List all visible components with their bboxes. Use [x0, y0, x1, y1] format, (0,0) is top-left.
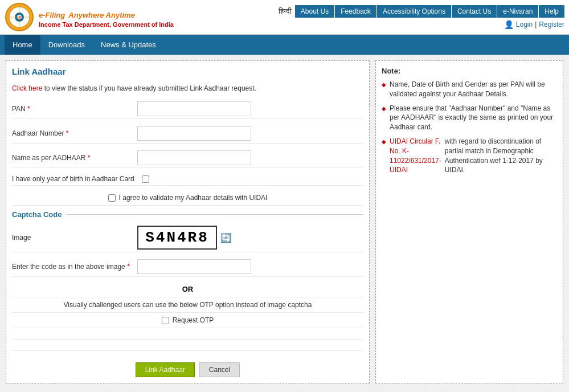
- refresh-captcha-icon[interactable]: 🔄: [220, 232, 232, 243]
- top-right-area: हिन्दी About Us Feedback Accessibility O…: [279, 5, 564, 29]
- link-aadhaar-button[interactable]: Link Aadhaar: [136, 362, 195, 377]
- login-area: 👤 Login | Register: [504, 20, 564, 29]
- name-aadhaar-input[interactable]: [137, 150, 251, 165]
- nav-downloads[interactable]: Downloads: [40, 35, 93, 55]
- empty-row-2: [12, 340, 363, 351]
- click-here-link[interactable]: Click here: [12, 84, 42, 92]
- button-row: Link Aadhaar Cancel: [12, 358, 363, 377]
- cancel-button[interactable]: Cancel: [199, 362, 240, 377]
- tagline-label: Anywhere Anytime: [68, 11, 135, 19]
- about-us-link[interactable]: About Us: [295, 5, 335, 18]
- note-item-1: Name, Date of Birth and Gender as per PA…: [382, 80, 557, 99]
- logo-area: IT e-Filing Anywhere Anytime Income Tax …: [5, 2, 174, 32]
- help-link[interactable]: Help: [539, 5, 564, 18]
- emblem-icon: IT: [5, 2, 34, 32]
- note-panel: Note: Name, Date of Birth and Gender as …: [375, 60, 563, 383]
- captcha-image-label: Image: [12, 234, 137, 242]
- uidai-circular-link[interactable]: UIDAI Circular F. No. K-11022/631/2017-U…: [390, 137, 441, 175]
- top-nav: हिन्दी About Us Feedback Accessibility O…: [279, 5, 564, 18]
- status-notice: Click here to view the status if you hav…: [12, 84, 363, 92]
- accessibility-link[interactable]: Accessibility Options: [377, 5, 452, 18]
- request-otp-checkbox[interactable]: [162, 317, 169, 324]
- aadhaar-number-input[interactable]: [137, 126, 251, 141]
- enter-code-row: Enter the code as in the above image *: [12, 257, 363, 277]
- pan-input[interactable]: [137, 101, 251, 116]
- year-birth-checkbox[interactable]: [142, 175, 149, 183]
- request-otp-row: Request OTP: [12, 313, 363, 328]
- year-birth-label: I have only year of birth in Aadhaar Car…: [12, 175, 137, 183]
- pan-label: PAN *: [12, 105, 137, 113]
- or-separator: OR: [12, 281, 363, 297]
- e-nivaran-link[interactable]: e-Nivaran: [497, 5, 539, 18]
- otp-info: Visually challenged users can use the be…: [12, 297, 363, 313]
- note-item-3: UIDAI Circular F. No. K-11022/631/2017-U…: [382, 137, 557, 175]
- captcha-image: S4N4R8: [137, 226, 217, 250]
- request-otp-label: Request OTP: [173, 316, 214, 324]
- enter-code-label: Enter the code as in the above image *: [12, 263, 137, 271]
- status-notice-text: to view the status if you have already s…: [42, 84, 256, 92]
- aadhaar-number-label: Aadhaar Number *: [12, 129, 137, 137]
- logo-subtitle: Income Tax Department, Government of Ind…: [39, 21, 174, 28]
- efiling-label: e-Filing: [39, 11, 65, 19]
- note-item-2: Please ensure that "Aadhaar Number" and …: [382, 104, 557, 132]
- empty-row-1: [12, 328, 363, 340]
- year-birth-row: I have only year of birth in Aadhaar Car…: [12, 173, 363, 186]
- agree-label: I agree to validate my Aadhaar details w…: [119, 194, 268, 202]
- pan-row: PAN *: [12, 99, 363, 119]
- login-link[interactable]: Login: [516, 21, 533, 28]
- svg-text:IT: IT: [17, 15, 21, 21]
- hindi-link[interactable]: हिन्दी: [279, 7, 292, 16]
- logo-efiling: e-Filing Anywhere Anytime: [39, 6, 174, 21]
- main-nav: Home Downloads News & Updates: [0, 35, 569, 55]
- content-wrapper: Link Aadhaar Click here to view the stat…: [0, 55, 569, 389]
- form-panel: Link Aadhaar Click here to view the stat…: [6, 60, 370, 383]
- nav-news-updates[interactable]: News & Updates: [93, 35, 164, 55]
- agree-row: I agree to validate my Aadhaar details w…: [12, 190, 363, 206]
- logo-text: e-Filing Anywhere Anytime Income Tax Dep…: [39, 6, 174, 28]
- note-list: Name, Date of Birth and Gender as per PA…: [382, 80, 557, 175]
- note-title: Note:: [382, 67, 557, 75]
- page-title: Link Aadhaar: [12, 67, 363, 79]
- nav-home[interactable]: Home: [5, 35, 40, 55]
- user-icon: 👤: [504, 20, 514, 29]
- contact-us-link[interactable]: Contact Us: [452, 5, 497, 18]
- aadhaar-number-row: Aadhaar Number *: [12, 124, 363, 144]
- captcha-section-title: Captcha Code: [12, 210, 363, 219]
- agree-checkbox[interactable]: [108, 194, 116, 202]
- top-bar: IT e-Filing Anywhere Anytime Income Tax …: [0, 0, 569, 35]
- name-aadhaar-label: Name as per AADHAAR *: [12, 154, 137, 162]
- captcha-image-row: Image S4N4R8 🔄: [12, 223, 363, 252]
- feedback-link[interactable]: Feedback: [335, 5, 377, 18]
- captcha-input[interactable]: [137, 259, 251, 274]
- name-aadhaar-row: Name as per AADHAAR *: [12, 148, 363, 168]
- register-link[interactable]: Register: [539, 21, 564, 28]
